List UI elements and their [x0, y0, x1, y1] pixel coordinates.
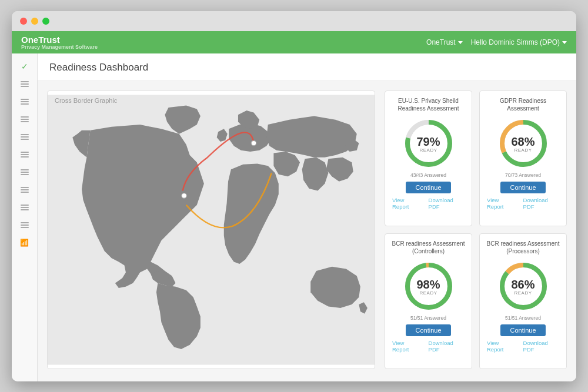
svg-marker-0: [458, 41, 463, 44]
gauge-percent-bcr-processors: 86%: [511, 278, 534, 290]
card-links-bcr-controllers: View Report Download PDF: [391, 340, 466, 353]
continue-button-gdpr[interactable]: Continue: [500, 182, 545, 193]
map-label: Cross Border Graphic: [55, 97, 117, 104]
menu-icon-2: [21, 101, 29, 102]
main-layout: ✓: [12, 53, 576, 381]
sidebar-item-5[interactable]: [14, 146, 35, 163]
card-links-bcr-processors: View Report Download PDF: [486, 340, 560, 353]
gauge-ready-gdpr: READY: [511, 147, 534, 152]
sidebar-item-6[interactable]: [14, 164, 35, 180]
gauge-bcr-controllers: 98% READY: [402, 260, 455, 313]
menu-icon-7: [21, 189, 29, 190]
card-title-bcr-processors: BCR readiness Assessment (Processors): [486, 240, 560, 255]
top-nav: OneTrust Privacy Management Software One…: [12, 31, 576, 53]
assessment-card-bcr-processors: BCR readiness Assessment (Processors) 86…: [479, 233, 567, 369]
sidebar-item-1[interactable]: [14, 76, 35, 92]
close-dot[interactable]: [20, 18, 27, 25]
gauge-percent-gdpr: 68%: [511, 135, 534, 147]
gauge-answered-bcr-processors: 51/51 Answered: [505, 315, 541, 321]
menu-icon-1: [21, 83, 29, 85]
view-report-link-bcr-controllers[interactable]: View Report: [392, 340, 422, 353]
content-area: Readiness Dashboard Cross Border Graphic: [38, 53, 576, 381]
sidebar-item-2[interactable]: [14, 93, 35, 110]
svg-marker-1: [562, 41, 567, 44]
assessment-card-bcr-controllers: BCR readiness Assessment (Controllers) 9…: [385, 233, 472, 369]
download-pdf-link-eu-us-privacy[interactable]: Download PDF: [429, 197, 465, 210]
wifi-icon: 📶: [20, 239, 29, 247]
download-pdf-link-gdpr[interactable]: Download PDF: [523, 197, 559, 210]
gauge-answered-eu-us-privacy: 43/43 Answered: [410, 172, 446, 178]
sidebar-item-wifi[interactable]: 📶: [14, 234, 35, 251]
download-pdf-link-bcr-controllers[interactable]: Download PDF: [429, 340, 465, 353]
onetrust-nav-label: OneTrust: [426, 38, 456, 46]
onetrust-nav-item[interactable]: OneTrust: [426, 38, 463, 46]
sidebar-item-8[interactable]: [14, 199, 35, 216]
page-header: Readiness Dashboard: [38, 53, 576, 81]
gauge-percent-eu-us-privacy: 79%: [416, 135, 440, 147]
browser-chrome: [12, 11, 576, 31]
browser-window: OneTrust Privacy Management Software One…: [12, 11, 576, 381]
view-report-link-eu-us-privacy[interactable]: View Report: [392, 197, 422, 210]
gauge-center-bcr-processors: 86% READY: [511, 278, 534, 295]
svg-point-4: [182, 193, 186, 197]
gauge-eu-us-privacy: 79% READY: [402, 117, 455, 170]
chevron-down-icon-2: [562, 40, 567, 45]
gauge-answered-gdpr: 70/73 Answered: [505, 172, 541, 178]
check-icon: ✓: [21, 62, 28, 71]
svg-point-3: [251, 140, 256, 145]
menu-icon-9: [21, 225, 29, 226]
user-nav-label: Hello Dominic Simms (DPO): [471, 38, 560, 46]
page-title: Readiness Dashboard: [49, 62, 564, 73]
gauge-gdpr: 68% READY: [497, 117, 550, 170]
nav-brand: OneTrust Privacy Management Software: [21, 35, 98, 50]
gauge-center-eu-us-privacy: 79% READY: [416, 135, 440, 152]
gauge-percent-bcr-controllers: 98%: [416, 278, 440, 290]
gauge-ready-eu-us-privacy: READY: [416, 147, 440, 152]
gauge-center-bcr-controllers: 98% READY: [416, 278, 440, 295]
card-title-eu-us-privacy: EU-U.S. Privacy Sheild Readiness Assessm…: [391, 97, 466, 112]
page-content: Cross Border Graphic: [38, 81, 576, 378]
gauge-answered-bcr-controllers: 51/51 Answered: [410, 315, 446, 321]
map-section: Cross Border Graphic: [47, 91, 375, 369]
continue-button-bcr-processors[interactable]: Continue: [500, 324, 545, 336]
minimize-dot[interactable]: [31, 18, 38, 25]
app-container: OneTrust Privacy Management Software One…: [12, 31, 576, 381]
continue-button-bcr-controllers[interactable]: Continue: [406, 324, 450, 336]
sidebar: ✓: [12, 53, 38, 381]
assessment-card-gdpr: GDPR Readiness Assessment 68% READY 70/7…: [479, 91, 567, 226]
nav-right: OneTrust Hello Dominic Simms (DPO): [426, 38, 567, 46]
menu-icon-6: [21, 172, 29, 173]
sidebar-item-4[interactable]: [14, 129, 35, 145]
brand-name: OneTrust: [21, 35, 60, 45]
continue-button-eu-us-privacy[interactable]: Continue: [406, 182, 450, 193]
card-links-gdpr: View Report Download PDF: [486, 197, 560, 210]
card-links-eu-us-privacy: View Report Download PDF: [391, 197, 466, 210]
user-nav-item[interactable]: Hello Dominic Simms (DPO): [471, 38, 567, 46]
card-title-gdpr: GDPR Readiness Assessment: [486, 97, 560, 112]
menu-icon-5: [21, 154, 29, 155]
assessment-card-eu-us-privacy: EU-U.S. Privacy Sheild Readiness Assessm…: [385, 91, 472, 226]
view-report-link-bcr-processors[interactable]: View Report: [487, 340, 516, 353]
chevron-down-icon: [458, 40, 463, 45]
cards-section: EU-U.S. Privacy Sheild Readiness Assessm…: [385, 91, 567, 369]
sidebar-item-check[interactable]: ✓: [14, 58, 35, 75]
sidebar-item-3[interactable]: [14, 111, 35, 128]
view-report-link-gdpr[interactable]: View Report: [487, 197, 516, 210]
gauge-ready-bcr-processors: READY: [511, 290, 534, 295]
brand-sub: Privacy Management Software: [21, 45, 98, 50]
sidebar-item-7[interactable]: [14, 182, 35, 198]
menu-icon-3: [21, 119, 29, 120]
gauge-bcr-processors: 86% READY: [497, 260, 550, 313]
gauge-ready-bcr-controllers: READY: [416, 290, 440, 295]
maximize-dot[interactable]: [42, 18, 49, 25]
download-pdf-link-bcr-processors[interactable]: Download PDF: [523, 340, 559, 353]
menu-icon-4: [21, 136, 29, 138]
world-map-svg: [48, 91, 375, 368]
card-title-bcr-controllers: BCR readiness Assessment (Controllers): [391, 240, 466, 255]
sidebar-item-9[interactable]: [14, 217, 35, 233]
gauge-center-gdpr: 68% READY: [511, 135, 534, 152]
menu-icon-8: [21, 207, 29, 208]
